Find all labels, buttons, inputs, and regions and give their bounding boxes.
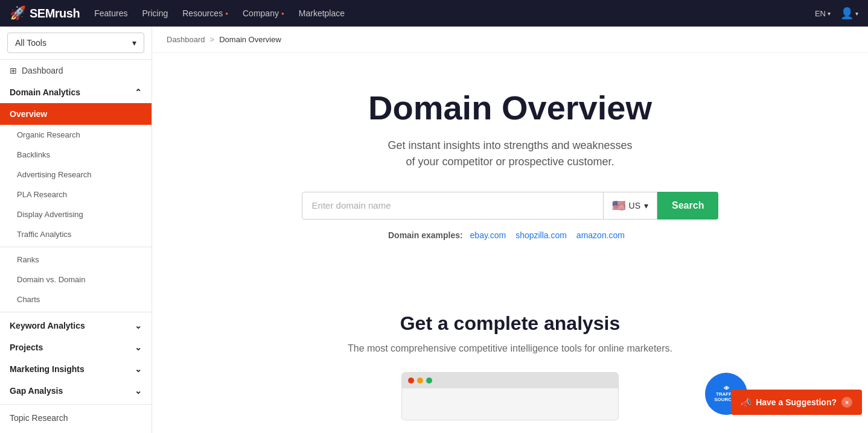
sidebar-item-organic-research[interactable]: Organic Research (0, 125, 152, 145)
logo-icon: 🚀 (10, 5, 26, 21)
nav-links: Features Pricing Resources● Company● Mar… (94, 8, 815, 18)
sidebar-divider-2 (0, 312, 152, 312)
ranks-label: Ranks (17, 255, 39, 264)
sidebar-item-dashboard[interactable]: ⊞ Dashboard (0, 60, 152, 81)
analysis-title: Get a complete analysis (176, 312, 844, 335)
suggestion-close-button[interactable]: × (841, 397, 852, 408)
country-chevron-icon: ▾ (644, 201, 648, 210)
breadcrumb-home[interactable]: Dashboard (167, 35, 205, 44)
backlinks-label: Backlinks (17, 150, 50, 159)
dot-red (408, 378, 414, 384)
tools-selector: All Tools ▾ (0, 27, 152, 60)
user-menu[interactable]: 👤 ▾ (840, 7, 858, 20)
keyword-analytics-chevron-icon: ⌄ (135, 321, 142, 330)
domain-examples-label: Domain examples: (388, 230, 463, 240)
suggestion-bar[interactable]: 📣 Have a Suggestion? × (731, 390, 862, 415)
domain-example-shopzilla[interactable]: shopzilla.com (515, 230, 567, 240)
nav-pricing[interactable]: Pricing (142, 8, 168, 18)
sidebar-item-charts[interactable]: Charts (0, 289, 152, 309)
eye-icon: 👁 (724, 385, 729, 391)
sidebar-divider-1 (0, 247, 152, 247)
sidebar: All Tools ▾ ⊞ Dashboard Domain Analytics… (0, 27, 152, 433)
domain-analytics-label: Domain Analytics (10, 87, 80, 97)
nav-features[interactable]: Features (94, 8, 127, 18)
country-selector[interactable]: 🇺🇸 US ▾ (604, 192, 657, 220)
organic-research-label: Organic Research (17, 130, 80, 139)
user-chevron-icon: ▾ (855, 10, 858, 17)
tools-dropdown-chevron-icon: ▾ (132, 38, 136, 48)
user-avatar-icon: 👤 (840, 7, 854, 20)
screenshot-frame (401, 372, 619, 420)
us-flag-icon: 🇺🇸 (612, 199, 625, 212)
nav-right: EN ▾ 👤 ▾ (815, 7, 858, 20)
advertising-research-label: Advertising Research (17, 170, 92, 179)
suggestion-label: Have a Suggestion? (756, 397, 837, 407)
sidebar-item-overview[interactable]: Overview (0, 103, 152, 125)
country-label: US (629, 201, 640, 210)
breadcrumb-separator: > (210, 35, 215, 44)
domain-analytics-chevron-icon: ⌃ (135, 87, 142, 97)
marketing-insights-label: Marketing Insights (10, 364, 85, 374)
company-dot: ● (281, 11, 284, 16)
sidebar-item-topic-research[interactable]: Topic Research (0, 407, 152, 429)
search-bar: 🇺🇸 US ▾ Search (176, 192, 844, 220)
sidebar-item-ranks[interactable]: Ranks (0, 250, 152, 270)
sidebar-item-seo-content-template[interactable]: SEO Content Template (0, 429, 152, 433)
sidebar-section-domain-analytics[interactable]: Domain Analytics ⌃ (0, 81, 152, 103)
all-tools-dropdown[interactable]: All Tools ▾ (7, 33, 144, 53)
gap-analysis-chevron-icon: ⌄ (135, 386, 142, 396)
hero-section: Domain Overview Get instant insights int… (152, 53, 868, 300)
pla-research-label: PLA Research (17, 190, 67, 199)
domain-search-input[interactable] (302, 193, 603, 218)
domain-example-amazon[interactable]: amazon.com (576, 230, 625, 240)
resources-dot: ● (225, 11, 228, 16)
dot-green (426, 378, 432, 384)
sidebar-divider-3 (0, 404, 152, 405)
domain-vs-domain-label: Domain vs. Domain (17, 275, 85, 284)
sidebar-item-pla-research[interactable]: PLA Research (0, 185, 152, 204)
topic-research-label: Topic Research (10, 413, 68, 423)
logo[interactable]: 🚀 SEMrush (10, 5, 80, 21)
hero-subtitle: Get instant insights into strengths and … (176, 137, 844, 170)
charts-label: Charts (17, 295, 40, 304)
projects-label: Projects (10, 343, 43, 352)
language-selector[interactable]: EN ▾ (815, 9, 831, 18)
analysis-subtitle: The most comprehensive competitive intel… (176, 343, 844, 354)
logo-text: SEMrush (30, 7, 80, 21)
breadcrumb-current: Domain Overview (219, 35, 281, 44)
search-button[interactable]: Search (657, 192, 718, 220)
sidebar-item-backlinks[interactable]: Backlinks (0, 145, 152, 165)
sidebar-section-gap-analysis[interactable]: Gap Analysis ⌄ (0, 380, 152, 402)
top-navigation: 🚀 SEMrush Features Pricing Resources● Co… (0, 0, 868, 27)
display-advertising-label: Display Advertising (17, 210, 83, 219)
sidebar-section-keyword-analytics[interactable]: Keyword Analytics ⌄ (0, 315, 152, 337)
sidebar-item-display-advertising[interactable]: Display Advertising (0, 204, 152, 224)
domain-example-ebay[interactable]: ebay.com (470, 230, 506, 240)
main-content: Dashboard > Domain Overview Domain Overv… (152, 27, 868, 433)
sidebar-item-traffic-analytics[interactable]: Traffic Analytics (0, 224, 152, 244)
sidebar-item-domain-vs-domain[interactable]: Domain vs. Domain (0, 270, 152, 289)
breadcrumb: Dashboard > Domain Overview (152, 27, 868, 53)
projects-chevron-icon: ⌄ (135, 343, 142, 352)
screenshot-dots (402, 373, 618, 388)
nav-company[interactable]: Company● (243, 8, 284, 18)
page-title: Domain Overview (176, 89, 844, 127)
marketing-insights-chevron-icon: ⌄ (135, 364, 142, 374)
gap-analysis-label: Gap Analysis (10, 386, 63, 396)
overview-label: Overview (10, 109, 47, 119)
domain-examples: Domain examples: ebay.com shopzilla.com … (176, 230, 844, 240)
sidebar-section-projects[interactable]: Projects ⌄ (0, 337, 152, 358)
sidebar-item-advertising-research[interactable]: Advertising Research (0, 165, 152, 185)
tools-dropdown-label: All Tools (15, 38, 46, 48)
sidebar-dashboard-label: Dashboard (22, 66, 63, 75)
nav-resources[interactable]: Resources● (182, 8, 228, 18)
traffic-analytics-label: Traffic Analytics (17, 230, 71, 239)
dot-yellow (417, 378, 423, 384)
dashboard-icon: ⊞ (10, 66, 17, 75)
nav-marketplace[interactable]: Marketplace (299, 8, 345, 18)
search-input-wrapper (302, 192, 604, 220)
keyword-analytics-label: Keyword Analytics (10, 321, 85, 330)
language-chevron-icon: ▾ (828, 10, 831, 17)
megaphone-icon: 📣 (741, 397, 751, 407)
sidebar-section-marketing-insights[interactable]: Marketing Insights ⌄ (0, 358, 152, 380)
